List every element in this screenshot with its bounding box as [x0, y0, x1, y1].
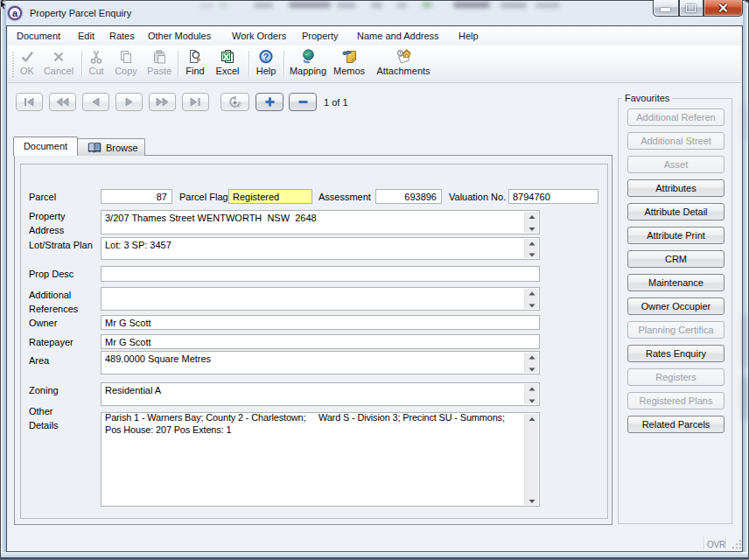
svg-text:?: ? [263, 51, 269, 61]
